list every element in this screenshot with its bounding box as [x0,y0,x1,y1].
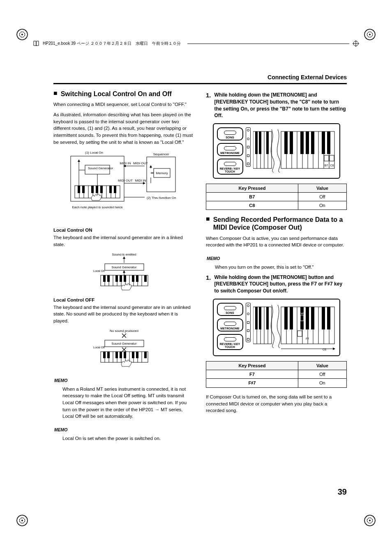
svg-rect-66 [103,275,106,282]
local-off-mini-diagram: No sound produced Sound Generator Local … [53,328,194,369]
table-row: F♯7On [206,378,347,387]
svg-rect-21 [109,186,112,193]
svg-marker-164 [333,348,335,350]
svg-rect-138 [255,307,258,329]
body-text: If Composer Out is turned on, the song d… [206,394,347,414]
body-text: When connecting a MIDI sequencer, set Lo… [53,101,194,108]
step-text: While holding down the [METRONOME] butto… [214,274,347,295]
step-1: 1. While holding down the [METRONOME] an… [206,92,347,119]
table-row: C8On [206,201,347,210]
svg-rect-99 [136,352,138,358]
reverb-button-graphic: REVERB / KEY TOUCH [217,159,243,175]
svg-rect-123 [300,131,304,154]
local-on-mini-diagram: Sound is emitted Sound Generator Local O… [53,251,194,292]
table-header: Key Pressed [206,361,298,370]
key-value-table-2: Key Pressed Value F7Off F♯7On [206,361,347,388]
svg-rect-97 [124,352,126,358]
svg-rect-126 [322,131,325,154]
svg-rect-98 [132,352,134,358]
body-text: The keyboard and the internal sound gene… [53,304,194,325]
svg-rect-108 [255,131,258,154]
svg-text:C8: C8 [330,164,334,167]
svg-rect-71 [132,275,134,282]
svg-rect-109 [259,131,261,154]
svg-rect-157 [327,307,330,329]
svg-rect-156 [322,307,325,329]
key-value-table-1: Key Pressed Value B7Off C8On [206,184,347,210]
svg-rect-122 [290,131,293,154]
song-button-graphic: SONG [217,303,243,316]
svg-text:Local On: Local On [93,269,105,272]
reverb-button-graphic: REVERB / KEY TOUCH [217,334,243,350]
svg-rect-155 [311,307,314,329]
svg-marker-54 [123,270,125,273]
section-rule [53,83,347,84]
svg-text:Sound Generator: Sound Generator [88,166,113,170]
svg-text:Sequencer: Sequencer [153,152,169,156]
svg-rect-94 [107,352,110,358]
svg-rect-70 [124,275,126,282]
memo-icon: MEMO [53,377,75,385]
running-head: Connecting External Devices [53,74,347,81]
svg-rect-69 [120,275,122,282]
svg-rect-95 [115,352,118,358]
svg-rect-19 [96,186,98,193]
registration-mark-icon [16,515,28,526]
step-number: 1. [206,92,211,119]
svg-rect-154 [306,307,309,329]
step-text: While holding down the [METRONOME] and [… [214,92,347,119]
svg-text:(2) Thru function On: (2) Thru function On [147,196,176,200]
svg-rect-73 [144,275,147,282]
registration-mark-icon [16,29,28,40]
body-text: As illustrated, information describing w… [53,111,194,145]
svg-rect-72 [136,275,138,282]
svg-text:F#7: F#7 [300,312,304,315]
step-1b: 1. While holding down the [METRONOME] bu… [206,274,347,295]
svg-text:MIDI OUT: MIDI OUT [133,161,148,165]
svg-rect-18 [91,186,94,193]
step-number: 1. [206,274,211,295]
svg-text:Sound Generator: Sound Generator [111,265,137,269]
svg-rect-153 [300,307,304,329]
table-header: Key Pressed [206,184,298,193]
svg-text:MIDI IN: MIDI IN [120,161,131,165]
metronome-button-graphic: METRONOME [217,318,243,332]
memo-text: When you turn on the power, this is set … [215,264,347,271]
table-row: B7Off [206,193,347,201]
memo-icon: MEMO [53,426,75,434]
svg-rect-127 [327,131,330,154]
subheading-local-on: Local Control ON [53,228,194,233]
svg-text:MIDI IN: MIDI IN [135,179,146,182]
book-icon [33,40,39,47]
table-row: F7Off [206,370,347,378]
svg-text:No sound produced: No sound produced [110,329,138,333]
section-heading-text: Switching Local Control On and Off [61,90,172,98]
rec-strip-icon [246,127,251,167]
rec-strip-icon [246,303,251,342]
svg-rect-151 [284,307,288,329]
svg-marker-49 [123,256,125,259]
keyboard-graphic: B7 C8 [253,127,335,173]
svg-rect-152 [290,307,293,329]
metronome-button-graphic: METRONOME [217,143,243,156]
svg-rect-67 [107,275,110,282]
svg-marker-43 [150,165,152,168]
body-text: The keyboard and the internal sound gene… [53,234,194,248]
svg-rect-20 [100,186,103,193]
song-button-graphic: SONG [217,127,243,140]
svg-text:Each note played is sounded tw: Each note played is sounded twice [72,205,123,209]
svg-text:Sound is emitted: Sound is emitted [112,253,136,256]
diagram-label: (1) Local On [85,151,103,154]
svg-text:MIDI OUT: MIDI OUT [118,179,133,182]
svg-rect-140 [266,307,269,329]
svg-rect-139 [259,307,261,329]
svg-rect-100 [144,352,147,358]
svg-rect-96 [120,352,122,358]
source-header: HP201_e.book 39 ページ ２００７年２月２８日 水曜日 午前９時１… [33,40,359,47]
svg-rect-22 [114,186,116,193]
svg-text:F7: F7 [306,337,309,340]
svg-text:MEMO: MEMO [54,378,67,383]
svg-rect-93 [103,352,106,358]
local-control-routing-diagram: (1) Local On Sound Generator [53,149,194,223]
page-number: 39 [338,487,347,497]
